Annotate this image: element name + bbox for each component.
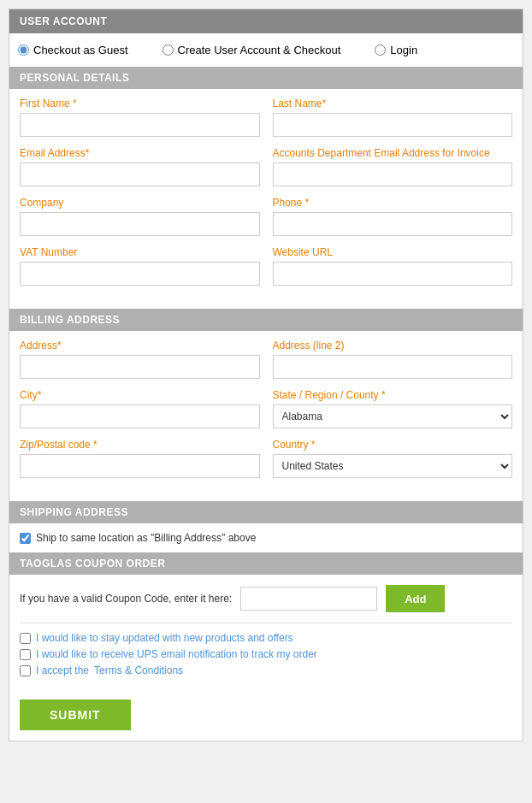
email-label: Email Address*: [20, 147, 260, 159]
accept-terms-row: I accept the Terms & Conditions: [20, 664, 512, 676]
same-location-checkbox[interactable]: [20, 533, 31, 544]
state-select[interactable]: Alabama Alaska Arizona Arkansas Californ…: [273, 404, 513, 428]
name-row: First Name * Last Name*: [20, 97, 512, 137]
address2-group: Address (line 2): [273, 340, 513, 379]
shipping-same-section: Ship to same location as "Billing Addres…: [9, 523, 523, 552]
city-label: City*: [20, 389, 260, 401]
vat-label: VAT Number: [20, 246, 260, 258]
last-name-input[interactable]: [273, 113, 513, 137]
zip-input[interactable]: [20, 454, 260, 478]
first-name-input[interactable]: [20, 113, 260, 137]
terms-conditions-link[interactable]: Terms & Conditions: [94, 664, 183, 676]
ups-option[interactable]: I would like to receive UPS email notifi…: [20, 648, 512, 660]
login-label: Login: [390, 44, 417, 56]
city-state-row: City* State / Region / County * Alabama …: [20, 389, 512, 428]
billing-address-section: Address* Address (line 2) City* State / …: [9, 331, 523, 501]
invoice-email-label: Accounts Department Email Address for In…: [273, 147, 513, 159]
company-label: Company: [20, 197, 260, 209]
personal-details-header: PERSONAL DETAILS: [9, 67, 523, 89]
guest-label: Checkout as Guest: [33, 44, 128, 56]
shipping-address-header: SHIPPING ADDRESS: [9, 501, 523, 523]
company-input[interactable]: [20, 212, 260, 236]
phone-group: Phone *: [273, 197, 513, 236]
login-option[interactable]: Login: [375, 44, 417, 56]
login-radio[interactable]: [375, 44, 386, 56]
same-location-option[interactable]: Ship to same location as "Billing Addres…: [20, 532, 512, 544]
vat-row: VAT Number Website URL: [20, 246, 512, 286]
vat-input[interactable]: [20, 262, 260, 286]
first-name-group: First Name *: [20, 97, 260, 137]
coupon-input[interactable]: [240, 587, 377, 611]
accept-terms-checkbox[interactable]: [20, 665, 31, 676]
country-select[interactable]: United States United Kingdom Canada Germ…: [273, 454, 513, 478]
email-group: Email Address*: [20, 147, 260, 186]
invoice-email-input[interactable]: [273, 162, 513, 186]
city-group: City*: [20, 389, 260, 428]
state-group: State / Region / County * Alabama Alaska…: [273, 389, 513, 428]
email-input[interactable]: [20, 162, 260, 186]
state-label: State / Region / County *: [273, 389, 513, 401]
website-input[interactable]: [273, 262, 513, 286]
zip-label: Zip/Postal code *: [20, 439, 260, 451]
address2-label: Address (line 2): [273, 340, 513, 351]
phone-input[interactable]: [273, 212, 513, 236]
email-row: Email Address* Accounts Department Email…: [20, 147, 512, 186]
submit-button[interactable]: SUBMIT: [20, 700, 131, 730]
terms-section: I would like to stay updated with new pr…: [9, 623, 523, 689]
updates-label: I would like to stay updated with new pr…: [36, 632, 293, 644]
submit-section: SUBMIT: [9, 689, 523, 741]
vat-group: VAT Number: [20, 246, 260, 286]
company-group: Company: [20, 197, 260, 236]
coupon-label: If you have a valid Coupon Code, enter i…: [20, 593, 232, 605]
address-row: Address* Address (line 2): [20, 340, 512, 379]
same-location-label: Ship to same location as "Billing Addres…: [36, 532, 256, 544]
zip-group: Zip/Postal code *: [20, 439, 260, 478]
add-coupon-button[interactable]: Add: [386, 585, 445, 612]
address1-input[interactable]: [20, 355, 260, 379]
billing-address-header: BILLING ADDRESS: [9, 309, 523, 331]
ups-checkbox[interactable]: [20, 649, 31, 660]
country-label: Country *: [273, 439, 513, 451]
create-account-radio[interactable]: [163, 44, 174, 56]
coupon-section: If you have a valid Coupon Code, enter i…: [9, 575, 523, 623]
account-options-row: Checkout as Guest Create User Account & …: [9, 33, 523, 67]
invoice-email-group: Accounts Department Email Address for In…: [273, 147, 513, 186]
website-label: Website URL: [273, 246, 513, 258]
phone-label: Phone *: [273, 197, 513, 209]
first-name-label: First Name *: [20, 97, 260, 109]
guest-radio[interactable]: [18, 44, 29, 56]
updates-option[interactable]: I would like to stay updated with new pr…: [20, 632, 512, 644]
coupon-row: If you have a valid Coupon Code, enter i…: [20, 585, 512, 612]
create-account-option[interactable]: Create User Account & Checkout: [163, 44, 341, 56]
address1-label: Address*: [20, 340, 260, 351]
address2-input[interactable]: [273, 355, 513, 379]
website-group: Website URL: [273, 246, 513, 286]
personal-details-section: First Name * Last Name* Email Address* A…: [9, 89, 523, 309]
city-input[interactable]: [20, 404, 260, 428]
address1-group: Address*: [20, 340, 260, 379]
last-name-group: Last Name*: [273, 97, 513, 137]
user-account-header: USER ACCOUNT: [9, 9, 523, 33]
user-account-title: USER ACCOUNT: [20, 15, 107, 27]
accept-terms-prefix: I accept the: [36, 664, 89, 676]
create-account-label: Create User Account & Checkout: [178, 44, 341, 56]
zip-country-row: Zip/Postal code * Country * United State…: [20, 439, 512, 478]
guest-option[interactable]: Checkout as Guest: [18, 44, 128, 56]
coupon-header: TAOGLAS COUPON ORDER: [9, 552, 523, 575]
country-group: Country * United States United Kingdom C…: [273, 439, 513, 478]
checkout-container: USER ACCOUNT Checkout as Guest Create Us…: [9, 9, 523, 741]
company-row: Company Phone *: [20, 197, 512, 236]
last-name-label: Last Name*: [273, 97, 513, 109]
updates-checkbox[interactable]: [20, 633, 31, 644]
ups-label: I would like to receive UPS email notifi…: [36, 648, 317, 660]
